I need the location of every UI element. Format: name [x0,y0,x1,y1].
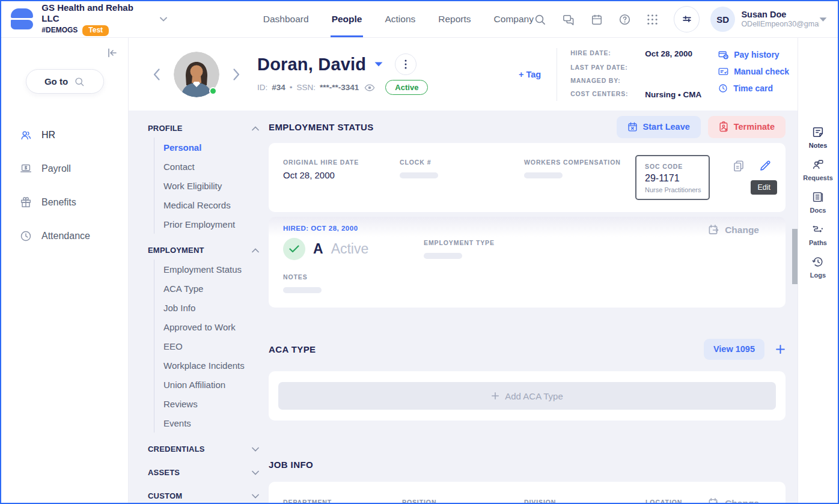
subnav-section-custom[interactable]: CUSTOM [148,491,259,500]
change-job-button[interactable]: Change [708,497,759,504]
rail-item-paths[interactable]: Paths [809,223,827,246]
subnav-item-personal[interactable]: Personal [163,138,259,157]
tab-dashboard[interactable]: Dashboard [263,1,309,37]
help-icon[interactable] [618,13,631,26]
employment-type-label: EMPLOYMENT TYPE [424,239,495,246]
tab-company[interactable]: Company [494,1,534,37]
vertical-scrollbar[interactable] [792,229,798,284]
info-label: COST CENTERS: [570,90,640,99]
notes-label: NOTES [283,273,771,281]
messages-icon[interactable] [562,13,575,26]
apps-grid-icon[interactable] [647,14,658,25]
search-icon[interactable] [534,13,546,26]
status-badge: Active [385,80,428,95]
pay-history-link[interactable]: Pay history [718,50,789,59]
subnav-section-employment[interactable]: EMPLOYMENT [148,246,259,255]
hired-banner: HIRED: OCT 28, 2000 [283,225,771,232]
change-label: Change [725,225,759,235]
hired-status-card: HIRED: OCT 28, 2000 Change A Active [269,217,786,308]
empty-value-placeholder [524,172,563,178]
sidebar-item-benefits[interactable]: Benefits [1,189,128,216]
subnav-item-prior-employment[interactable]: Prior Employment [163,214,259,234]
tab-reports[interactable]: Reports [438,1,471,37]
tab-people[interactable]: People [332,1,362,37]
rail-label: Logs [810,272,826,279]
next-employee-chevron-right-icon[interactable] [233,68,240,81]
add-aca-type-button[interactable]: Add ACA Type [278,382,776,410]
rail-item-logs[interactable]: Logs [810,255,826,279]
top-bar: GS Health and Rehab LLC #DEMOGS Test Das… [1,1,838,38]
subnav-item-events[interactable]: Events [163,413,259,433]
tab-actions[interactable]: Actions [385,1,415,37]
add-tag-button[interactable]: + Tag [519,70,541,79]
change-status-button[interactable]: Change [708,224,759,235]
rail-item-notes[interactable]: Notes [809,126,828,149]
pay-history-label: Pay history [734,50,779,59]
calendar-icon[interactable] [591,13,603,26]
top-icon-group [534,13,658,26]
terminate-button[interactable]: Terminate [708,116,786,138]
subnav-section-assets[interactable]: ASSETS [148,468,259,477]
goto-search-button[interactable]: Go to [26,69,104,94]
user-block[interactable]: Susan Doe ODellEmpeon30@gmail.co [741,10,819,29]
info-label: LAST PAY DATE: [570,64,640,71]
brand-logo-icon[interactable] [11,8,33,30]
subnav-item-medical-records[interactable]: Medical Records [163,195,259,214]
subnav-item-workplace-incidents[interactable]: Workplace Incidents [163,356,259,375]
sidebar-item-attendance[interactable]: Attendance [1,222,128,250]
company-caret-down-icon[interactable] [160,17,167,22]
subnav-item-union-affiliation[interactable]: Union Affiliation [163,375,259,394]
info-value: Nursing • CMA [645,90,701,99]
prev-employee-chevron-left-icon[interactable] [153,68,160,81]
preferences-sliders-icon[interactable] [674,6,700,32]
sidebar-item-payroll[interactable]: Payroll [1,155,128,183]
rail-label: Paths [809,239,827,246]
employee-info-grid: HIRE DATE: Oct 28, 2000 LAST PAY DATE: M… [570,49,701,99]
left-sidebar: Go to HR Payroll Benefits Atte [1,38,129,503]
time-card-icon [718,83,728,93]
reveal-ssn-eye-icon[interactable] [364,83,375,92]
user-avatar[interactable]: SD [710,7,735,32]
ssn-label: SSN: [297,83,316,92]
subnav-item-work-eligibility[interactable]: Work Eligibility [163,176,259,195]
calendar-arrow-icon [708,224,719,235]
time-card-link[interactable]: Time card [718,83,789,93]
chevron-down-icon [252,447,259,452]
active-check-icon [283,238,305,260]
employment-status-card: ORIGINAL HIRE DATE Oct 28, 2000 CLOCK # … [269,143,786,212]
subnav-item-contact[interactable]: Contact [163,157,259,176]
subnav-section-profile[interactable]: PROFILE [148,124,259,133]
edit-pencil-icon[interactable] [759,160,771,172]
employee-caret-down-icon[interactable] [374,61,383,67]
start-leave-button[interactable]: Start Leave [617,116,701,138]
notes-icon [811,126,825,139]
employee-menu-kebab-icon[interactable] [395,53,416,75]
subnav-section-credentials[interactable]: CREDENTIALS [148,445,259,454]
gift-icon [19,196,32,209]
add-aca-plus-icon[interactable] [775,344,786,354]
subnav-item-approved-to-work[interactable]: Approved to Work [163,317,259,336]
subnav-item-employment-status[interactable]: Employment Status [163,260,259,279]
info-value: Oct 28, 2000 [645,49,701,58]
view-1095-button[interactable]: View 1095 [704,339,764,360]
subnav-item-job-info[interactable]: Job Info [163,298,259,317]
rail-label: Notes [809,142,828,149]
subnav-item-reviews[interactable]: Reviews [163,394,259,413]
add-aca-type-label: Add ACA Type [505,391,563,401]
subnav-item-aca-type[interactable]: ACA Type [163,279,259,298]
rail-item-requests[interactable]: Requests [803,158,833,181]
subnav-item-eeo[interactable]: EEO [163,336,259,356]
info-value [645,77,701,85]
employee-header: Doran, David ID: #34 • SSN: ***-**-3341 … [129,38,798,111]
app-window: GS Health and Rehab LLC #DEMOGS Test Das… [0,0,839,504]
user-caret-down-icon[interactable] [819,17,827,22]
rail-item-docs[interactable]: Docs [810,190,826,214]
collapse-sidebar-icon[interactable] [105,46,118,59]
sidebar-item-hr[interactable]: HR [1,121,128,149]
empty-value-placeholder [424,253,462,259]
sidebar-item-label: HR [41,130,55,141]
copy-icon[interactable] [733,160,745,173]
field-label: ORIGINAL HIRE DATE [283,159,400,166]
manual-check-link[interactable]: Manual check [718,67,789,76]
employee-avatar[interactable] [174,52,219,97]
